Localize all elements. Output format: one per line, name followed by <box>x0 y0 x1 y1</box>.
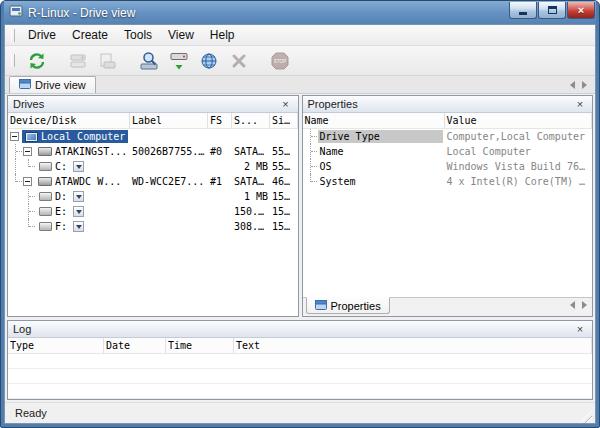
minimize-button[interactable] <box>509 2 537 19</box>
chevron-down-icon[interactable] <box>73 206 84 217</box>
window-controls: × <box>509 2 595 19</box>
property-row[interactable]: System4 x Intel(R) Core(TM) i5-4... <box>303 174 593 189</box>
drive-row[interactable]: ATAWDC W...WD-WCC2E7...#1SATA2...465... <box>8 174 298 189</box>
properties-panel-title: Properties <box>308 98 358 110</box>
status-text: Ready <box>15 407 47 419</box>
tab-label: Drive view <box>35 79 86 91</box>
property-row[interactable]: NameLocal Computer <box>303 144 593 159</box>
partition-icon <box>39 192 52 201</box>
status-bar: Ready <box>5 402 595 423</box>
tree-line <box>10 144 23 159</box>
menu-create[interactable]: Create <box>64 26 116 44</box>
property-row[interactable]: Drive TypeComputer,Local Computer <box>303 129 593 144</box>
tab-label: Properties <box>331 300 381 312</box>
tree-line <box>305 159 318 174</box>
log-panel-close-icon[interactable]: × <box>573 322 587 336</box>
app-window: R-Linux - Drive view × Drive Create Tool… <box>0 0 600 428</box>
hard-disk-icon <box>38 147 52 156</box>
drive-row[interactable]: C:2 MB55.9... <box>8 159 298 174</box>
drive-row[interactable]: Local Computer <box>8 129 298 144</box>
stop-icon: STOP <box>270 51 290 71</box>
close-button[interactable]: × <box>567 2 595 19</box>
properties-panel: Properties × Name Value Drive TypeComput… <box>302 95 594 317</box>
chevron-down-icon[interactable] <box>73 221 84 232</box>
drive-row[interactable]: E:150...158... <box>8 204 298 219</box>
tab-properties[interactable]: Properties <box>306 297 390 314</box>
create-image-icon <box>98 51 118 71</box>
log-panel-header: Log × <box>8 321 592 338</box>
column-header-value[interactable]: Value <box>445 113 593 128</box>
menu-tools[interactable]: Tools <box>116 26 160 44</box>
column-header-date[interactable]: Date <box>104 338 166 353</box>
log-empty-row <box>8 384 592 399</box>
recover-files-icon <box>169 51 189 71</box>
tree-line <box>10 174 23 189</box>
tab-scroll-right-icon[interactable] <box>582 81 587 89</box>
refresh-button[interactable] <box>23 48 50 74</box>
menu-drive[interactable]: Drive <box>20 26 64 44</box>
tree-line <box>23 204 36 219</box>
drives-panel-header: Drives × <box>8 96 298 113</box>
tree-expander-icon[interactable] <box>23 147 32 156</box>
column-header-device[interactable]: Device/Disk <box>8 113 130 128</box>
log-panel-title: Log <box>13 323 31 335</box>
open-drive-image-button[interactable] <box>64 48 91 74</box>
chevron-down-icon[interactable] <box>73 191 84 202</box>
drives-column-headers: Device/Disk Label FS S... Size <box>8 113 298 129</box>
log-panel: Log × Type Date Time Text <box>7 320 593 400</box>
column-header-time[interactable]: Time <box>166 338 234 353</box>
app-icon <box>9 4 23 22</box>
properties-column-headers: Name Value <box>303 113 593 129</box>
tab-scroll-right-icon[interactable] <box>582 301 587 309</box>
resize-grip[interactable] <box>579 410 592 423</box>
tree-expander-icon[interactable] <box>23 177 32 186</box>
recover-files-button[interactable] <box>165 48 192 74</box>
scan-icon <box>139 51 159 71</box>
tab-drive-view[interactable]: Drive view <box>9 76 96 93</box>
column-header-start[interactable]: S... <box>232 113 270 128</box>
drives-rows: Local ComputerATAKINGST...50026B7755...#… <box>8 129 298 316</box>
maximize-button[interactable] <box>538 2 566 19</box>
properties-panel-close-icon[interactable]: × <box>573 97 587 111</box>
tree-line <box>10 159 23 174</box>
property-row[interactable]: OSWindows Vista Build 7601... <box>303 159 593 174</box>
computer-icon <box>25 132 38 142</box>
partition-icon <box>39 162 52 171</box>
drives-panel-close-icon[interactable]: × <box>279 97 293 111</box>
drives-panel-title: Drives <box>13 98 44 110</box>
partition-icon <box>39 207 52 216</box>
remove-icon <box>229 51 249 71</box>
column-header-name[interactable]: Name <box>303 113 445 128</box>
menu-view[interactable]: View <box>160 26 202 44</box>
menu-bar: Drive Create Tools View Help <box>5 25 595 46</box>
create-image-button[interactable] <box>94 48 121 74</box>
tree-expander-icon[interactable] <box>10 132 19 141</box>
column-header-label[interactable]: Label <box>130 113 208 128</box>
tree-line <box>305 174 318 189</box>
tab-scroll-left-icon[interactable] <box>570 81 575 89</box>
scan-button[interactable] <box>135 48 162 74</box>
client-area: Drive Create Tools View Help <box>4 24 596 424</box>
toolbar: STOP <box>5 46 595 76</box>
title-bar[interactable]: R-Linux - Drive view × <box>4 1 596 24</box>
tree-line <box>10 219 23 234</box>
drive-row[interactable]: ATAKINGST...50026B7755...#0SATA2...55.9.… <box>8 144 298 159</box>
menu-help[interactable]: Help <box>202 26 243 44</box>
chevron-down-icon[interactable] <box>73 161 84 172</box>
remove-button[interactable] <box>225 48 252 74</box>
drive-row[interactable]: F:308...157... <box>8 219 298 234</box>
tab-scroll-left-icon[interactable] <box>570 301 575 309</box>
toolbar-grip <box>11 54 15 67</box>
network-drives-button[interactable] <box>195 48 222 74</box>
properties-panel-header: Properties × <box>303 96 593 113</box>
column-header-text[interactable]: Text <box>234 338 592 353</box>
column-header-fs[interactable]: FS <box>208 113 232 128</box>
log-column-headers: Type Date Time Text <box>8 338 592 354</box>
stop-button[interactable]: STOP <box>266 48 293 74</box>
tree-line <box>305 144 318 159</box>
drive-row[interactable]: D:1 MB150... <box>8 189 298 204</box>
column-header-type[interactable]: Type <box>8 338 104 353</box>
column-header-size[interactable]: Size <box>270 113 298 128</box>
maximize-icon <box>548 6 557 14</box>
open-drive-image-icon <box>68 51 88 71</box>
